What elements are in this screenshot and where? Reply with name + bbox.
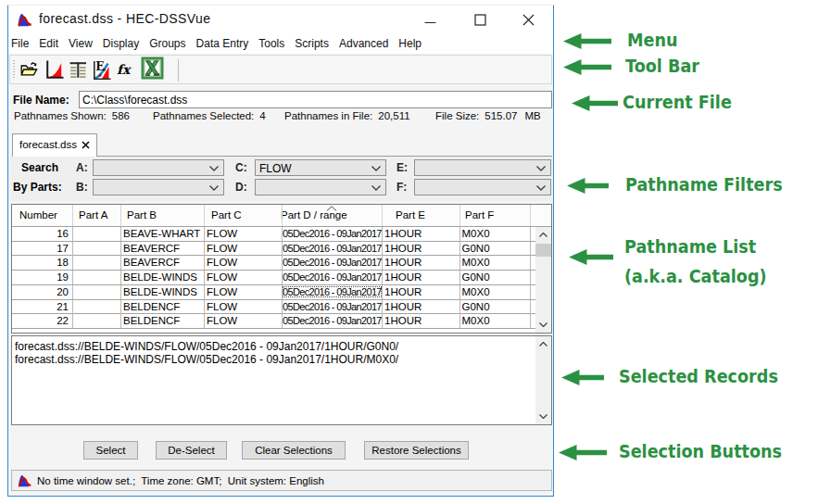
scroll-down-button[interactable] [535, 317, 551, 333]
tab-close-icon[interactable] [82, 141, 90, 149]
cell[interactable]: 1HOUR [384, 315, 459, 326]
minimize-button[interactable] [411, 6, 448, 33]
cell[interactable]: M0X0 [462, 257, 536, 268]
table-vertical-scrollbar[interactable] [535, 227, 551, 333]
cell[interactable]: FLOW [207, 271, 282, 283]
clear-selections-button[interactable]: Clear Selections [242, 441, 346, 460]
toolbar-grip[interactable] [13, 60, 16, 80]
menu-data-entry[interactable]: Data Entry [191, 37, 254, 50]
table-row[interactable]: 18BEAVERCFFLOW05Dec2016 - 09Jan20171HOUR… [12, 256, 535, 271]
filter-d-combo[interactable] [255, 179, 386, 195]
cell[interactable]: 19 [12, 271, 69, 283]
file-name-input[interactable]: C:\Class\forecast.dss [79, 91, 552, 108]
cell[interactable]: G0N0 [462, 301, 536, 312]
selected-record[interactable]: forecast.dss://BELDE-WINDS/FLOW/05Dec201… [15, 353, 398, 366]
cell[interactable]: 1HOUR [384, 228, 459, 239]
cell[interactable]: 16 [12, 228, 69, 239]
cell[interactable]: BELDE-WINDS [123, 286, 204, 297]
cell[interactable]: FLOW [207, 243, 282, 254]
select-button[interactable]: Select [83, 441, 138, 460]
cell[interactable]: 1HOUR [384, 286, 459, 297]
open-file-icon[interactable] [20, 61, 38, 78]
scroll-down-button[interactable] [535, 409, 551, 424]
cell[interactable]: 05Dec2016 - 09Jan2017 [283, 257, 382, 268]
menu-view[interactable]: View [64, 37, 98, 50]
cell[interactable]: BELDENCF [123, 315, 204, 326]
menu-tools[interactable]: Tools [254, 37, 290, 50]
cell[interactable]: M0X0 [462, 286, 536, 297]
table-row[interactable]: 16BEAVE-WHARTFLOW05Dec2016 - 09Jan20171H… [12, 227, 535, 242]
filter-f-combo[interactable] [414, 179, 551, 195]
col-number[interactable]: Number [19, 209, 57, 220]
col-part-a[interactable]: Part A [79, 209, 107, 220]
table-row[interactable]: 22BELDENCFFLOW05Dec2016 - 09Jan20171HOUR… [12, 314, 535, 329]
cell[interactable]: 1HOUR [384, 243, 459, 254]
cell[interactable]: FLOW [207, 315, 282, 326]
cell[interactable]: 05Dec2016 - 09Jan2017 [283, 315, 382, 326]
selected-vertical-scrollbar[interactable] [535, 336, 551, 424]
menu-groups[interactable]: Groups [145, 37, 191, 50]
menu-help[interactable]: Help [394, 37, 427, 50]
cell[interactable]: FLOW [207, 228, 282, 239]
cell[interactable]: 18 [12, 257, 69, 268]
table-row[interactable]: 21BELDENCFFLOW05Dec2016 - 09Jan20171HOUR… [12, 300, 535, 315]
tab-forecast-dss[interactable]: forecast.dss [12, 133, 97, 157]
plot-icon[interactable] [45, 59, 65, 80]
excel-icon[interactable] [141, 57, 164, 80]
maximize-button[interactable] [461, 6, 498, 33]
cell[interactable]: FLOW [207, 301, 282, 312]
cell[interactable]: 05Dec2016 - 09Jan2017 [283, 228, 382, 239]
cell[interactable]: 17 [12, 243, 69, 254]
table-row[interactable]: 19BELDE-WINDSFLOW05Dec2016 - 09Jan20171H… [12, 271, 535, 285]
scroll-up-button[interactable] [535, 227, 551, 243]
cell[interactable]: 05Dec2016 - 09Jan2017 [283, 301, 382, 312]
de-select-button[interactable]: De-Select [156, 441, 227, 460]
filter-a-combo[interactable] [93, 159, 224, 176]
cell[interactable]: 20 [12, 286, 69, 297]
cell[interactable]: 05Dec2016 - 09Jan2017 [283, 286, 382, 297]
filter-b-combo[interactable] [93, 179, 224, 195]
cell[interactable]: 1HOUR [384, 301, 459, 312]
cell[interactable]: BEAVERCF [123, 243, 204, 254]
restore-selections-button[interactable]: Restore Selections [364, 441, 469, 460]
cell[interactable]: 05Dec2016 - 09Jan2017 [283, 243, 382, 254]
cell[interactable]: BEAVE-WHART [123, 228, 204, 239]
selected-record[interactable]: forecast.dss://BELDE-WINDS/FLOW/05Dec201… [15, 340, 398, 353]
cell[interactable]: 1HOUR [384, 257, 459, 268]
cell[interactable]: 21 [12, 301, 69, 312]
filter-e-combo[interactable] [414, 159, 551, 176]
scrollbar-thumb[interactable] [535, 244, 551, 257]
tabulate-icon[interactable] [69, 61, 87, 79]
col-part-c[interactable]: Part C [211, 209, 242, 220]
edit-plot-icon[interactable]: E [93, 60, 111, 81]
menu-file[interactable]: File [8, 37, 34, 50]
file-size: File Size:515.07MB [435, 110, 541, 121]
scroll-up-button[interactable] [535, 336, 551, 352]
cell[interactable]: BELDENCF [123, 301, 204, 312]
cell[interactable]: FLOW [207, 257, 282, 268]
cell[interactable]: BELDE-WINDS [123, 271, 204, 283]
close-button[interactable] [510, 6, 547, 33]
col-part-e[interactable]: Part E [396, 209, 425, 220]
menu-display[interactable]: Display [97, 37, 144, 50]
cell[interactable]: M0X0 [462, 228, 536, 239]
cell[interactable]: G0N0 [462, 271, 536, 283]
filter-c-combo[interactable]: FLOW [255, 159, 386, 176]
cell[interactable]: 1HOUR [384, 271, 459, 283]
cell[interactable]: M0X0 [462, 315, 536, 326]
menu-edit[interactable]: Edit [34, 37, 64, 50]
menu-scripts[interactable]: Scripts [290, 37, 334, 50]
table-row[interactable]: 17BEAVERCFFLOW05Dec2016 - 09Jan20171HOUR… [12, 242, 535, 257]
cell[interactable]: 05Dec2016 - 09Jan2017 [283, 271, 382, 283]
cell[interactable]: 22 [12, 315, 69, 326]
col-part-b[interactable]: Part B [127, 209, 157, 220]
filter-d-label: D: [235, 181, 247, 194]
math-functions-icon[interactable]: fx [117, 62, 135, 78]
cell[interactable]: FLOW [207, 286, 282, 297]
col-part-f[interactable]: Part F [465, 209, 494, 220]
menu-advanced[interactable]: Advanced [333, 37, 393, 50]
cell[interactable]: BEAVERCF [123, 257, 204, 268]
cell[interactable]: G0N0 [462, 243, 536, 254]
table-row[interactable]: 20BELDE-WINDSFLOW05Dec2016 - 09Jan20171H… [12, 285, 535, 300]
svg-text:fx: fx [117, 62, 132, 77]
